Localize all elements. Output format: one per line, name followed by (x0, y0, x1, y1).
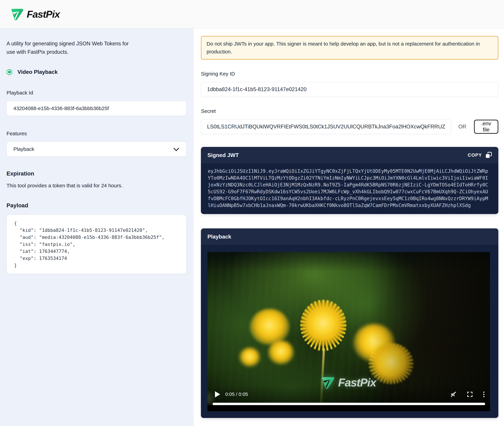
player-controls-right (450, 391, 485, 398)
payload-card: { "kid": "1dbba824-1f1c-41b5-8123-91147e… (7, 214, 187, 274)
radio-selected-icon[interactable] (7, 69, 12, 75)
fastpix-watermark-text: FastPix (338, 376, 376, 389)
secret-row: OR .env file (201, 119, 498, 134)
chevron-down-icon (173, 145, 179, 151)
fastpix-logo-icon (11, 7, 24, 21)
playback-id-input[interactable] (7, 101, 187, 116)
copy-icon (485, 152, 492, 158)
secret-label: Secret (201, 108, 498, 114)
jwt-warning-banner: Do not ship JWTs in your app. This signe… (201, 36, 498, 60)
payload-json: { "kid": "1dbba824-1f1c-41b5-8123-91147e… (14, 220, 183, 269)
player-controls: 0:05 / 0:05 (207, 390, 490, 398)
playback-title: Playback (207, 234, 231, 240)
player-menu-button[interactable] (483, 391, 485, 398)
signed-jwt-body: eyJhbGciOiJSUzI1NiJ9.eyJraWQiOiIxZGJiYTg… (201, 163, 498, 214)
app-header: FastPix (0, 0, 504, 28)
radio-label: Video Playback (17, 69, 58, 75)
mute-button[interactable] (450, 391, 457, 398)
features-select[interactable]: Playback (7, 142, 187, 157)
sidebar: A utility for generating signed JSON Web… (0, 28, 194, 426)
progress-bar[interactable] (212, 403, 485, 405)
signing-key-id-input[interactable] (201, 82, 498, 97)
playback-id-label: Playback Id (7, 90, 187, 96)
fullscreen-icon (467, 391, 473, 398)
payload-heading: Payload (7, 202, 187, 209)
video-bottom-strip (207, 405, 490, 411)
main-panel: Do not ship JWTs in your app. This signe… (194, 28, 504, 426)
signed-jwt-header: Signed JWT COPY (201, 147, 498, 163)
playback-header: Playback (201, 228, 498, 245)
fastpix-logo: FastPix (11, 7, 60, 21)
video-player[interactable]: FastPix 0:05 / 0:05 (207, 252, 490, 411)
signed-jwt-panel: Signed JWT COPY eyJhbGciOiJSUzI1NiJ9.eyJ… (201, 147, 498, 214)
copy-label: COPY (468, 153, 482, 158)
time-display: 0:05 / 0:05 (225, 391, 248, 397)
features-label: Features (7, 131, 187, 136)
secret-input[interactable] (201, 119, 451, 134)
brand-name: FastPix (27, 8, 60, 20)
fullscreen-button[interactable] (467, 391, 473, 398)
signed-jwt-title: Signed JWT (207, 152, 239, 158)
playback-panel: Playback (201, 228, 498, 418)
video-playback-radio[interactable]: Video Playback (7, 69, 187, 75)
jwt-token-text: eyJhbGciOiJSUzI1NiJ9.eyJraWQiOiIxZGJiYTg… (208, 168, 491, 209)
fastpix-watermark-icon (321, 376, 335, 389)
fastpix-watermark: FastPix (321, 376, 376, 389)
expiration-text: This tool provides a token that is valid… (7, 183, 187, 189)
play-button[interactable] (215, 391, 220, 398)
or-label: OR (458, 124, 467, 130)
signing-key-id-label: Signing Key ID (201, 71, 498, 77)
copy-button[interactable]: COPY (468, 152, 492, 158)
env-file-button[interactable]: .env file (474, 120, 498, 134)
features-selected-option: Playback (13, 146, 34, 152)
player-area: FastPix 0:05 / 0:05 (201, 245, 498, 418)
tool-description: A utility for generating signed JSON Web… (7, 39, 137, 56)
page-content: A utility for generating signed JSON Web… (0, 28, 504, 426)
expiration-heading: Expiration (7, 170, 187, 177)
muted-speaker-icon (450, 391, 457, 398)
